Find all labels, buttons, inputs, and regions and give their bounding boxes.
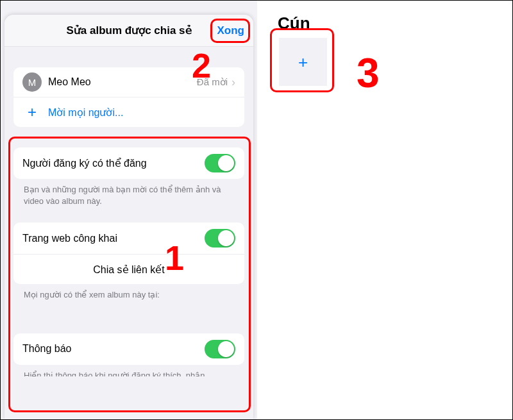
done-button[interactable]: Xong: [217, 24, 245, 37]
subscribers-footer: Bạn và những người mà bạn mời có thể thê…: [13, 179, 244, 207]
notifications-label: Thông báo: [22, 343, 72, 355]
subscribers-can-post-row: Người đăng ký có thể đăng: [13, 147, 244, 179]
public-website-footer: Mọi người có thể xem album này tại:: [13, 284, 244, 301]
member-status: Đã mời: [197, 76, 228, 88]
edit-shared-album-sheet: Sửa album được chia sẻ Xong M Meo Meo Đã…: [4, 15, 253, 419]
notifications-toggle[interactable]: [205, 340, 235, 358]
plus-icon: +: [298, 54, 308, 71]
sheet-header: Sửa album được chia sẻ Xong: [4, 15, 253, 47]
people-list: M Meo Meo Đã mời › + Mời mọi người...: [13, 67, 244, 127]
share-link-row[interactable]: Chia sẻ liên kết: [13, 255, 244, 284]
share-link-label: Chia sẻ liên kết: [93, 264, 165, 276]
avatar: M: [22, 72, 42, 92]
notifications-row: Thông báo: [13, 333, 244, 365]
invite-people-label: Mời mọi người...: [48, 106, 123, 119]
public-website-toggle[interactable]: [205, 229, 235, 248]
invite-people-row[interactable]: + Mời mọi người...: [13, 97, 244, 127]
settings-sheet-pane: Sửa album được chia sẻ Xong M Meo Meo Đã…: [1, 1, 257, 419]
member-name: Meo Meo: [48, 76, 91, 88]
plus-icon: +: [22, 103, 42, 122]
add-photo-tile[interactable]: +: [279, 38, 327, 86]
album-pane: Cún +: [257, 1, 513, 420]
album-title: Cún: [278, 13, 310, 33]
public-website-row: Trang web công khai: [13, 223, 244, 255]
member-row[interactable]: M Meo Meo Đã mời ›: [13, 67, 244, 97]
chevron-right-icon: ›: [231, 76, 235, 89]
public-website-section: Trang web công khai Chia sẻ liên kết Mọi…: [13, 223, 244, 301]
subscribers-post-section: Người đăng ký có thể đăng Bạn và những n…: [13, 147, 244, 207]
subscribers-can-post-toggle[interactable]: [205, 154, 235, 172]
notifications-footer: Hiển thị thông báo khi người đăng ký thí…: [13, 365, 244, 376]
public-website-label: Trang web công khai: [22, 233, 117, 244]
subscribers-can-post-label: Người đăng ký có thể đăng: [22, 157, 147, 169]
notifications-section: Thông báo Hiển thị thông báo khi người đ…: [13, 333, 244, 376]
people-section: M Meo Meo Đã mời › + Mời mọi người...: [13, 67, 244, 127]
sheet-title: Sửa album được chia sẻ: [66, 24, 191, 37]
